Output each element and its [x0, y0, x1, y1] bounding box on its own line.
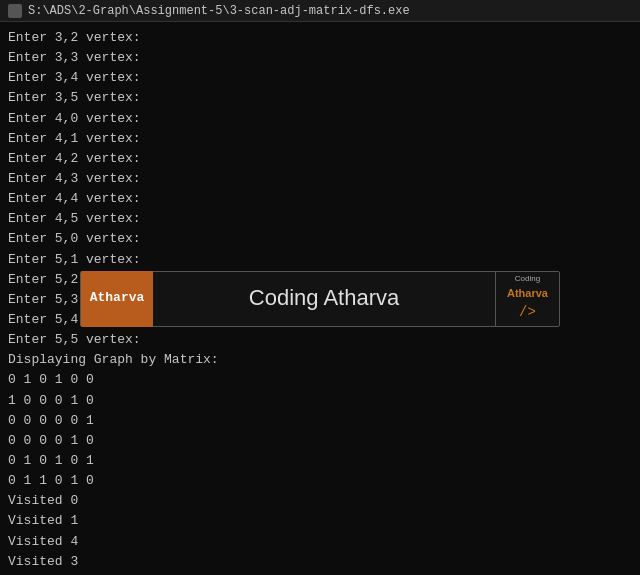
terminal-line: Visited 1 [8, 511, 632, 531]
watermark-right: Coding Atharva /> [495, 271, 559, 327]
terminal-line: Displaying Graph by Matrix: [8, 350, 632, 370]
watermark-right-coding: Coding [515, 273, 540, 285]
terminal-line: 0 0 0 0 0 1 [8, 411, 632, 431]
terminal-line: Enter 5,1 vertex: [8, 250, 632, 270]
terminal-line: Enter 3,2 vertex: [8, 28, 632, 48]
watermark-right-atharva: Atharva [507, 285, 548, 302]
watermark-logo: Atharva [81, 271, 153, 327]
terminal-line: Enter 5,5 vertex: [8, 330, 632, 350]
terminal-line: Enter 4,0 vertex: [8, 109, 632, 129]
watermark-center-text: Coding Atharva [153, 281, 495, 315]
terminal-line: Enter 3,3 vertex: [8, 48, 632, 68]
terminal-line: Enter 4,5 vertex: [8, 209, 632, 229]
watermark-overlay: Atharva Coding Atharva Coding Atharva /> [80, 271, 560, 327]
terminal-line: Enter 4,4 vertex: [8, 189, 632, 209]
app-icon [8, 4, 22, 18]
terminal-line: Enter 4,3 vertex: [8, 169, 632, 189]
terminal-line: Visited 4 [8, 532, 632, 552]
terminal-line: Enter 4,2 vertex: [8, 149, 632, 169]
terminal-line: Enter 4,1 vertex: [8, 129, 632, 149]
terminal-line: 0 1 0 1 0 0 [8, 370, 632, 390]
terminal-line: 0 0 0 0 1 0 [8, 431, 632, 451]
terminal-line: Enter 3,4 vertex: [8, 68, 632, 88]
terminal-line: Enter 3,5 vertex: [8, 88, 632, 108]
terminal-line: Visited 3 [8, 552, 632, 572]
terminal-line: 1 0 0 0 1 0 [8, 391, 632, 411]
terminal-line: Visited 0 [8, 491, 632, 511]
terminal-body: Enter 3,2 vertex:Enter 3,3 vertex:Enter … [0, 22, 640, 575]
terminal-line: 0 1 0 1 0 1 [8, 451, 632, 471]
terminal-line: 0 1 1 0 1 0 [8, 471, 632, 491]
title-bar: S:\ADS\2-Graph\Assignment-5\3-scan-adj-m… [0, 0, 640, 22]
watermark-right-symbol: /> [519, 302, 536, 324]
watermark-logo-top: Atharva [90, 288, 145, 308]
title-text: S:\ADS\2-Graph\Assignment-5\3-scan-adj-m… [28, 4, 410, 18]
terminal-line: Enter 5,0 vertex: [8, 229, 632, 249]
